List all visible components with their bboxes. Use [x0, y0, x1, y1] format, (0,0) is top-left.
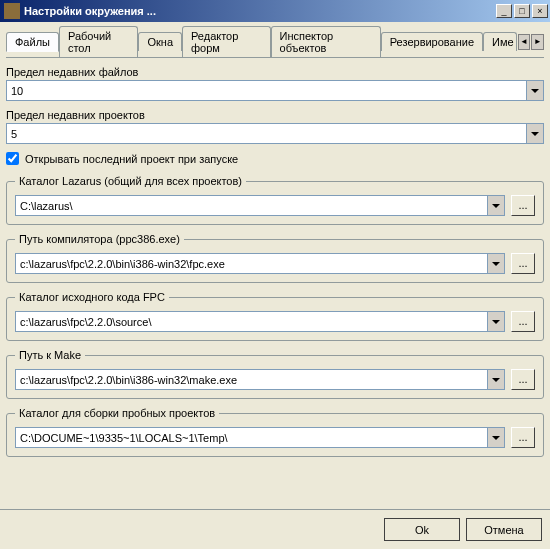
tab-windows[interactable]: Окна: [138, 32, 182, 51]
tab-backup[interactable]: Резервирование: [381, 32, 483, 51]
compiler-path-group: Путь компилятора (ppc386.exe) ...: [6, 233, 544, 283]
fpc-src-legend: Каталог исходного кода FPC: [15, 291, 169, 303]
make-path-browse-button[interactable]: ...: [511, 369, 535, 390]
compiler-path-dropdown-button[interactable]: [488, 253, 505, 274]
test-dir-input[interactable]: [15, 427, 488, 448]
make-path-input[interactable]: [15, 369, 488, 390]
compiler-path-browse-button[interactable]: ...: [511, 253, 535, 274]
tab-desktop[interactable]: Рабочий стол: [59, 26, 138, 57]
test-dir-dropdown-button[interactable]: [488, 427, 505, 448]
compiler-path-legend: Путь компилятора (ppc386.exe): [15, 233, 184, 245]
test-dir-group: Каталог для сборки пробных проектов ...: [6, 407, 544, 457]
tab-files[interactable]: Файлы: [6, 32, 59, 52]
lazarus-dir-group: Каталог Lazarus (общий для всех проектов…: [6, 175, 544, 225]
lazarus-dir-dropdown-button[interactable]: [488, 195, 505, 216]
window-title: Настройки окружения ...: [24, 5, 494, 17]
lazarus-dir-input[interactable]: [15, 195, 488, 216]
open-last-row: Открывать последний проект при запуске: [6, 152, 544, 165]
tab-naming[interactable]: Име: [483, 32, 517, 51]
fpc-src-input[interactable]: [15, 311, 488, 332]
recent-files-combo: [6, 80, 544, 101]
cancel-button[interactable]: Отмена: [466, 518, 542, 541]
make-path-legend: Путь к Make: [15, 349, 85, 361]
tab-scroll-left[interactable]: ◄: [518, 34, 531, 50]
tab-object-inspector[interactable]: Инспектор объектов: [271, 26, 381, 57]
tab-strip: Файлы Рабочий стол Окна Редактор форм Ин…: [6, 26, 544, 58]
test-dir-legend: Каталог для сборки пробных проектов: [15, 407, 219, 419]
lazarus-dir-legend: Каталог Lazarus (общий для всех проектов…: [15, 175, 246, 187]
fpc-src-browse-button[interactable]: ...: [511, 311, 535, 332]
recent-files-label: Предел недавних файлов: [6, 66, 544, 78]
recent-files-dropdown-button[interactable]: [527, 80, 544, 101]
recent-projects-input[interactable]: [6, 123, 527, 144]
make-path-dropdown-button[interactable]: [488, 369, 505, 390]
compiler-path-input[interactable]: [15, 253, 488, 274]
title-bar: Настройки окружения ... _ □ ×: [0, 0, 550, 22]
app-icon: [4, 3, 20, 19]
test-dir-browse-button[interactable]: ...: [511, 427, 535, 448]
tab-scroll-right[interactable]: ►: [531, 34, 544, 50]
open-last-label: Открывать последний проект при запуске: [25, 153, 238, 165]
fpc-src-group: Каталог исходного кода FPC ...: [6, 291, 544, 341]
dialog-footer: Ok Отмена: [0, 509, 550, 549]
minimize-button[interactable]: _: [496, 4, 512, 18]
lazarus-dir-browse-button[interactable]: ...: [511, 195, 535, 216]
make-path-group: Путь к Make ...: [6, 349, 544, 399]
recent-files-input[interactable]: [6, 80, 527, 101]
fpc-src-dropdown-button[interactable]: [488, 311, 505, 332]
tab-form-editor[interactable]: Редактор форм: [182, 26, 271, 57]
maximize-button[interactable]: □: [514, 4, 530, 18]
recent-projects-label: Предел недавних проектов: [6, 109, 544, 121]
close-button[interactable]: ×: [532, 4, 548, 18]
recent-projects-combo: [6, 123, 544, 144]
open-last-checkbox[interactable]: [6, 152, 19, 165]
ok-button[interactable]: Ok: [384, 518, 460, 541]
content-area: Файлы Рабочий стол Окна Редактор форм Ин…: [0, 22, 550, 469]
recent-projects-dropdown-button[interactable]: [527, 123, 544, 144]
